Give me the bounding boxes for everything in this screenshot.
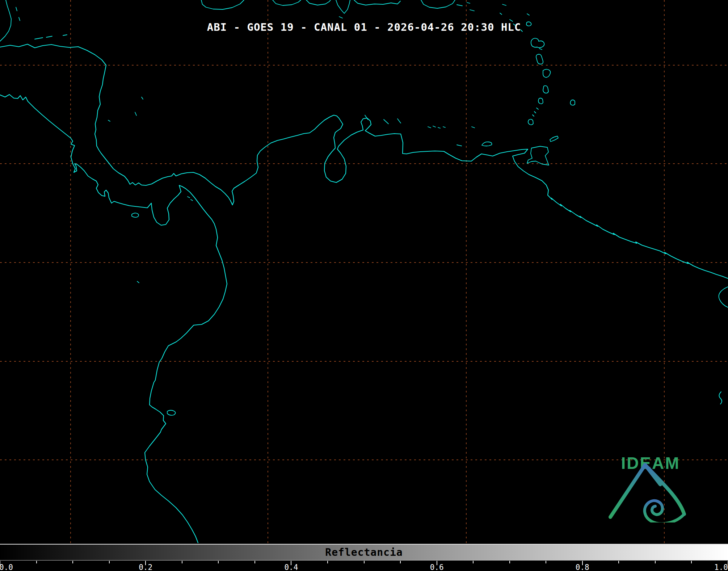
ideam-logo-icon — [605, 455, 696, 522]
coastline-greater-antilles — [201, 0, 474, 18]
coastline-pacific-mainland — [0, 95, 227, 543]
coastline-belize — [0, 0, 20, 41]
image-title: ABI - GOES 19 - CANAL 01 - 2026-04-26 20… — [207, 21, 521, 33]
tick-label-0-8: 0.8 — [576, 563, 589, 571]
reflectance-colorbar: Reflectancia — [0, 544, 728, 560]
tick-label-0: 0.0 — [0, 563, 13, 571]
colorbar-tick-labels: 0.0 0.2 0.4 0.6 0.8 1.0 — [0, 563, 728, 571]
coastline-venezuela-islands — [365, 115, 492, 146]
coastline-small-islands — [35, 35, 193, 415]
satellite-map: ABI - GOES 19 - CANAL 01 - 2026-04-26 20… — [0, 0, 728, 543]
mountain-right-slope-icon — [645, 465, 684, 514]
coastline-guiana-edge-details — [719, 287, 728, 404]
tick-label-1-0: 1.0 — [714, 563, 728, 571]
tick-label-0-4: 0.4 — [284, 563, 298, 571]
tick-label-0-2: 0.2 — [139, 563, 152, 571]
ideam-logo: IDEAM — [605, 455, 696, 542]
coastline-caribbean-mainland — [0, 44, 728, 278]
satellite-image-viewer: ABI - GOES 19 - CANAL 01 - 2026-04-26 20… — [0, 0, 728, 571]
tick-label-0-6: 0.6 — [430, 563, 444, 571]
colorbar-label: Reflectancia — [0, 545, 728, 561]
coastline-trinidad — [527, 146, 549, 165]
